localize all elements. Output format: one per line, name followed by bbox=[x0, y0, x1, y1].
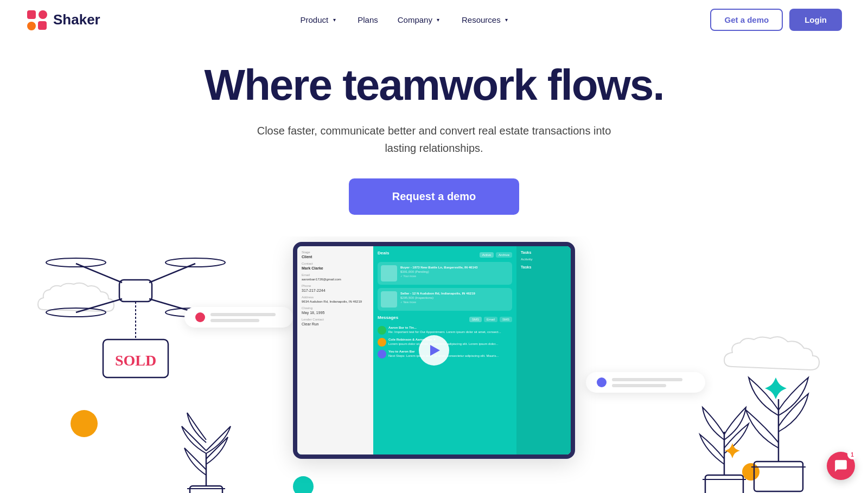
float-dot-left bbox=[195, 312, 205, 322]
hero-section: Where teamwork flows. Close faster, comm… bbox=[0, 40, 868, 236]
screen-right-panel: Tasks Activity Tasks bbox=[516, 246, 571, 454]
svg-rect-16 bbox=[190, 486, 222, 493]
plant-left-illustration bbox=[157, 399, 255, 493]
company-chevron-icon: ▾ bbox=[435, 16, 442, 24]
plant-right-illustration bbox=[694, 356, 814, 493]
float-line-r1 bbox=[612, 378, 682, 381]
svg-point-9 bbox=[46, 258, 106, 267]
screen-left-panel: Stage Client Contact Mark Clarke Email a… bbox=[297, 246, 373, 454]
nav-plans[interactable]: Plans bbox=[350, 11, 386, 29]
nav-company[interactable]: Company ▾ bbox=[390, 11, 450, 29]
screen-mockup: Stage Client Contact Mark Clarke Email a… bbox=[293, 242, 575, 459]
float-card-right bbox=[586, 372, 705, 393]
svg-rect-20 bbox=[705, 475, 743, 493]
float-card-left bbox=[184, 307, 293, 328]
float-lines-left bbox=[210, 313, 276, 322]
get-demo-button[interactable]: Get a demo bbox=[710, 9, 783, 31]
svg-rect-4 bbox=[119, 280, 152, 302]
svg-point-1 bbox=[39, 10, 47, 19]
logo-icon bbox=[26, 9, 48, 31]
nav-resources[interactable]: Resources ▾ bbox=[454, 11, 518, 29]
play-button[interactable] bbox=[419, 335, 449, 366]
svg-text:SOLD: SOLD bbox=[115, 352, 156, 369]
float-line-2 bbox=[210, 319, 259, 322]
float-line-r2 bbox=[612, 384, 666, 387]
resources-chevron-icon: ▾ bbox=[503, 16, 510, 24]
teal-circle-shape bbox=[293, 476, 314, 493]
svg-rect-3 bbox=[38, 21, 47, 30]
nav-actions: Get a demo Login bbox=[710, 9, 842, 31]
hero-title: Where teamwork flows. bbox=[26, 61, 842, 109]
svg-rect-0 bbox=[27, 10, 36, 19]
float-line-1 bbox=[210, 313, 276, 316]
logo-text: Shaker bbox=[53, 11, 100, 28]
float-lines-right bbox=[612, 378, 682, 387]
svg-point-2 bbox=[27, 22, 36, 30]
svg-point-10 bbox=[165, 258, 225, 267]
navbar: Shaker Product ▾ Plans Company ▾ Resourc… bbox=[0, 0, 868, 40]
svg-line-7 bbox=[76, 299, 122, 312]
chat-widget[interactable]: 1 bbox=[827, 452, 855, 480]
illustration-section: SOLD Stage Client Contact Mark Clarke Em… bbox=[0, 236, 868, 493]
login-button[interactable]: Login bbox=[789, 9, 842, 31]
orange-circle-shape bbox=[71, 410, 98, 437]
hero-subtitle: Close faster, communicate better and con… bbox=[250, 122, 618, 157]
logo-link[interactable]: Shaker bbox=[26, 9, 100, 31]
nav-product[interactable]: Product ▾ bbox=[293, 11, 346, 29]
svg-rect-23 bbox=[754, 462, 803, 491]
chat-icon bbox=[834, 459, 848, 473]
request-demo-button[interactable]: Request a demo bbox=[349, 178, 519, 215]
chat-badge: 1 bbox=[847, 450, 857, 459]
svg-point-19 bbox=[773, 385, 779, 392]
nav-links: Product ▾ Plans Company ▾ Resources ▾ bbox=[293, 11, 518, 29]
float-dot-right bbox=[597, 377, 607, 387]
play-triangle-icon bbox=[430, 345, 440, 356]
product-chevron-icon: ▾ bbox=[330, 16, 338, 24]
